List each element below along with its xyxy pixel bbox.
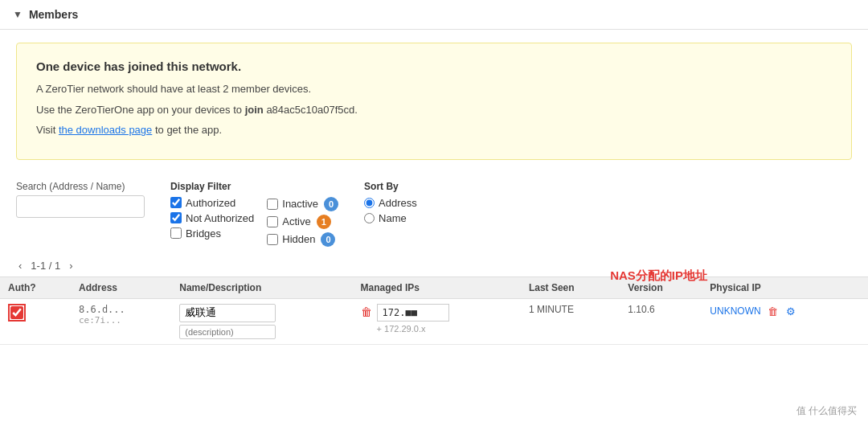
- search-input[interactable]: [16, 195, 145, 218]
- managed-ip-cell: 🗑 172.■■ + 172.29.0.x: [361, 304, 513, 334]
- checkbox-not-authorized[interactable]: [170, 212, 182, 223]
- auth-checkbox-wrapper: [8, 304, 26, 322]
- ip-sub: + 172.29.0.x: [377, 324, 449, 334]
- col-physical-ip: Physical IP: [702, 276, 868, 298]
- physical-ip-value: UNKNOWN: [710, 305, 760, 317]
- label-active: Active: [282, 215, 310, 227]
- cell-managed-ips: 🗑 172.■■ + 172.29.0.x: [353, 298, 521, 344]
- notice-line2: Use the ZeroTierOne app on your devices …: [36, 102, 832, 118]
- checkbox-active[interactable]: [267, 216, 278, 227]
- sort-by-group: Sort By Address Name: [364, 181, 417, 224]
- pagination-row: ‹ 1-1 / 1 ›: [0, 255, 868, 276]
- cell-address: 8.6.d... ce:7i...: [71, 298, 171, 344]
- badge-inactive: 0: [324, 197, 338, 211]
- cell-auth: [0, 298, 71, 344]
- ip-box-main: 172.■■: [377, 304, 449, 322]
- filter-col-left: Authorized Not Authorized Bridges: [170, 197, 254, 247]
- label-bridges: Bridges: [186, 227, 221, 240]
- notice-title: One device has joined this network.: [36, 59, 832, 73]
- checkbox-inactive[interactable]: [267, 199, 278, 210]
- col-auth: Auth?: [0, 276, 71, 298]
- auth-checkbox[interactable]: [10, 306, 23, 319]
- cell-physical-ip: UNKNOWN 🗑 ⚙: [702, 298, 868, 344]
- search-label: Search (Address / Name): [16, 181, 145, 192]
- delete-ip-icon[interactable]: 🗑: [361, 305, 372, 318]
- checkbox-hidden[interactable]: [267, 234, 278, 245]
- notice-line1: A ZeroTier network should have at least …: [36, 81, 832, 97]
- radio-address[interactable]: [364, 198, 375, 208]
- address-main: 8.6.d...: [79, 304, 163, 315]
- delete-member-button[interactable]: 🗑: [766, 304, 780, 319]
- filter-active: Active 1: [267, 215, 338, 229]
- collapse-icon[interactable]: ▼: [13, 9, 23, 20]
- label-hidden: Hidden: [282, 233, 315, 245]
- members-table: Auth? Address Name/Description Managed I…: [0, 276, 868, 345]
- checkbox-bridges[interactable]: [170, 227, 182, 239]
- table-container: NAS分配的IP地址 Auth? Address Name/Descriptio…: [0, 276, 868, 345]
- table-body: 8.6.d... ce:7i... 🗑: [0, 298, 868, 344]
- col-managed-ips: Managed IPs: [353, 276, 521, 298]
- cell-version: 1.10.6: [620, 298, 702, 344]
- next-page-button[interactable]: ›: [67, 260, 75, 272]
- sort-address: Address: [364, 197, 417, 209]
- members-header: ▼ Members: [0, 0, 868, 30]
- ip-row: 172.■■ + 172.29.0.x: [377, 304, 449, 334]
- pagination-text: 1-1 / 1: [31, 260, 60, 272]
- filter-not-authorized: Not Authorized: [170, 212, 254, 224]
- table-header: Auth? Address Name/Description Managed I…: [0, 276, 868, 298]
- downloads-link[interactable]: the downloads page: [59, 124, 152, 136]
- display-filter-group: Display Filter Authorized Not Authorized…: [170, 181, 338, 247]
- label-not-authorized: Not Authorized: [186, 212, 254, 224]
- radio-name[interactable]: [364, 213, 375, 223]
- filter-col-right: Inactive 0 Active 1 Hidden 0: [267, 197, 338, 247]
- name-cell: [179, 304, 344, 339]
- controls-row: Search (Address / Name) Display Filter A…: [0, 173, 868, 255]
- notice-line3: Visit the downloads page to get the app.: [36, 122, 832, 138]
- checkbox-authorized[interactable]: [170, 197, 182, 208]
- label-sort-name: Name: [379, 212, 407, 224]
- filter-hidden: Hidden 0: [267, 232, 338, 247]
- label-sort-address: Address: [379, 197, 417, 209]
- badge-active: 1: [317, 215, 331, 229]
- col-address: Address: [71, 276, 171, 298]
- filter-authorized: Authorized: [170, 197, 254, 209]
- sort-name: Name: [364, 212, 417, 224]
- table-row: 8.6.d... ce:7i... 🗑: [0, 298, 868, 344]
- cell-name: [171, 298, 352, 344]
- filter-inactive: Inactive 0: [267, 197, 338, 211]
- badge-hidden: 0: [321, 232, 335, 247]
- display-filter-label: Display Filter: [170, 181, 338, 192]
- address-sub: ce:7i...: [79, 315, 163, 326]
- filter-rows: Authorized Not Authorized Bridges: [170, 197, 338, 247]
- description-input[interactable]: [179, 325, 276, 339]
- sort-by-label: Sort By: [364, 181, 417, 192]
- filter-bridges: Bridges: [170, 227, 254, 240]
- search-group: Search (Address / Name): [16, 181, 145, 218]
- settings-member-button[interactable]: ⚙: [784, 304, 797, 319]
- col-name: Name/Description: [171, 276, 352, 298]
- label-inactive: Inactive: [282, 198, 318, 210]
- physical-ip-wrapper: UNKNOWN 🗑 ⚙: [710, 304, 860, 319]
- page-wrapper: ▼ Members One device has joined this net…: [0, 0, 868, 426]
- members-title: Members: [29, 8, 78, 21]
- label-authorized: Authorized: [186, 197, 235, 209]
- watermark-text: 值 什么值得买: [792, 403, 862, 420]
- name-input[interactable]: [179, 304, 276, 322]
- cell-last-seen: 1 MINUTE: [521, 298, 620, 344]
- col-last-seen: Last Seen: [521, 276, 620, 298]
- prev-page-button[interactable]: ‹: [16, 260, 24, 272]
- notice-box: One device has joined this network. A Ze…: [16, 43, 852, 160]
- col-version: Version: [620, 276, 702, 298]
